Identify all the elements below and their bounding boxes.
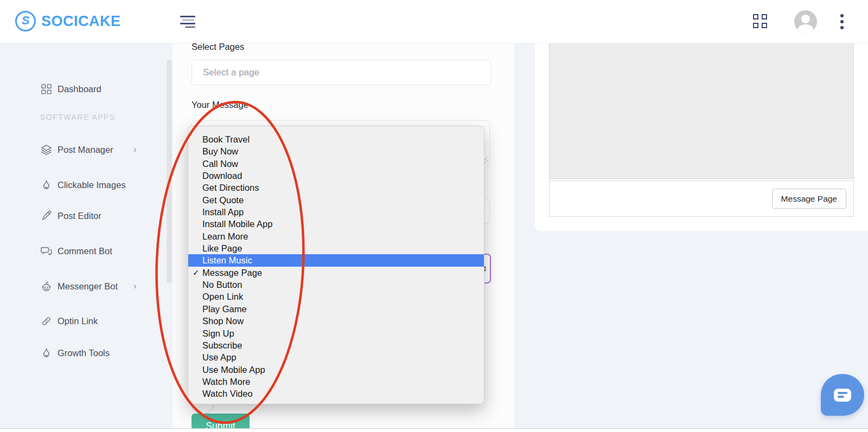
dropdown-option-label: Subscribe (202, 340, 242, 350)
top-header: S SOCICAKE (0, 0, 868, 43)
dropdown-option[interactable]: Install Mobile App (188, 218, 484, 230)
sidebar-item-optin-link[interactable]: Optin Link (0, 313, 163, 328)
avatar-body (797, 24, 814, 33)
dropdown-option-label: Install App (202, 207, 244, 217)
dropdown-option-label: Call Now (202, 159, 238, 169)
check-icon: ✓ (193, 267, 200, 279)
dropdown-option-label: Watch Video (202, 389, 253, 398)
preview-footer-bar: Message Page (549, 180, 854, 217)
dropdown-option[interactable]: Call Now (188, 158, 484, 170)
user-avatar[interactable] (794, 10, 817, 33)
dropdown-option[interactable]: Subscribe (188, 339, 484, 351)
dropdown-option[interactable]: Get Quote (188, 194, 484, 206)
sidebar-item-growth-tools[interactable]: Growth Tools (0, 345, 163, 360)
dropdown-option-label: Watch More (202, 377, 250, 386)
bot-icon (40, 280, 53, 293)
dropdown-option-label: Open Link (202, 292, 243, 301)
dropdown-options: Book TravelBuy NowCall NowDownloadGet Di… (188, 133, 484, 400)
message-page-button[interactable]: Message Page (772, 189, 846, 209)
apps-grid-icon[interactable] (753, 14, 767, 28)
dropdown-option[interactable]: Learn More (188, 230, 484, 242)
dropdown-option-label: Download (202, 171, 242, 180)
dropdown-option-label: Book Travel (202, 134, 250, 144)
flame-icon (40, 347, 53, 359)
dropdown-option-label: Use App (202, 352, 236, 362)
dropdown-option-label: Install Mobile App (202, 219, 272, 229)
layers-icon (40, 144, 53, 156)
dropdown-option-label: Message Page (202, 268, 262, 278)
dropdown-option[interactable]: Watch More (188, 376, 484, 388)
dropdown-option[interactable]: Like Page (188, 242, 484, 254)
dropdown-option[interactable]: Listen Music (188, 254, 484, 266)
sidebar-item-post-editor[interactable]: Post Editor (0, 208, 163, 223)
dropdown-option[interactable]: Book Travel (188, 133, 484, 145)
dropdown-option-label: Get Directions (202, 183, 259, 192)
dropdown-option[interactable]: Buy Now (188, 145, 484, 157)
dropdown-option[interactable]: Use Mobile App (188, 364, 484, 376)
dropdown-option[interactable]: Watch Video (188, 388, 484, 399)
dropdown-option-label: Sign Up (202, 328, 234, 338)
dropdown-option-label: Use Mobile App (202, 365, 265, 375)
brand-name: SOCICAKE (41, 13, 121, 30)
sidebar-item-label: Optin Link (58, 316, 98, 326)
dropdown-option[interactable]: No Button (188, 279, 484, 291)
pencil-icon (40, 210, 53, 222)
app-screen: Dashboard SOFTWARE APPS Post Manager › C… (0, 0, 868, 432)
chat-bubbles-icon (40, 245, 53, 257)
chevron-right-icon: › (133, 144, 137, 155)
dropdown-option-label: Get Quote (202, 195, 244, 205)
chat-launcher-button[interactable] (821, 374, 864, 416)
sidebar-item-label: Comment Bot (58, 246, 112, 256)
sidebar-item-comment-bot[interactable]: Comment Bot (0, 243, 163, 259)
sidebar-item-clickable-images[interactable]: Clickable Images (0, 177, 163, 192)
dropdown-option-label: Like Page (202, 243, 242, 253)
sidebar-item-label: Dashboard (58, 84, 101, 94)
dropdown-option[interactable]: ✓Message Page (188, 267, 484, 279)
dashboard-grid-icon (40, 83, 53, 95)
dropdown-option[interactable]: Get Directions (188, 182, 484, 194)
your-message-label: Your Message (192, 100, 248, 110)
sidebar-section-software-apps: SOFTWARE APPS (40, 113, 116, 121)
sidebar-item-label: Post Editor (58, 211, 101, 221)
avatar-head (801, 15, 810, 23)
dropdown-option[interactable]: Download (188, 170, 484, 182)
button-type-dropdown: Book TravelBuy NowCall NowDownloadGet Di… (188, 126, 484, 404)
link-icon (40, 315, 53, 327)
sidebar-item-label: Messenger Bot (58, 281, 118, 292)
sidebar-item-messenger-bot[interactable]: Messenger Bot › (0, 279, 163, 294)
sidebar-item-dashboard[interactable]: Dashboard (0, 81, 163, 96)
chat-message-icon (834, 389, 851, 402)
dropdown-option-label: Shop Now (202, 316, 244, 326)
sidebar-scrollbar[interactable] (167, 60, 172, 283)
flame-icon (40, 179, 53, 191)
dropdown-option-label: No Button (202, 280, 242, 289)
dropdown-option-label: Listen Music (202, 255, 252, 265)
window-bottom-strip (0, 429, 868, 432)
dropdown-option[interactable]: Open Link (188, 291, 484, 302)
sidebar: Dashboard SOFTWARE APPS Post Manager › C… (0, 43, 173, 432)
dropdown-option[interactable]: Shop Now (188, 315, 484, 327)
chevron-right-icon: › (133, 281, 137, 292)
sidebar-item-post-manager[interactable]: Post Manager › (0, 142, 163, 157)
dropdown-option-label: Play Game (202, 304, 247, 314)
dropdown-option[interactable]: Install App (188, 206, 484, 218)
dropdown-option[interactable]: Sign Up (188, 327, 484, 339)
dropdown-option[interactable]: Use App (188, 351, 484, 363)
select-page-input[interactable]: Select a page (192, 60, 491, 85)
sidebar-item-label: Growth Tools (58, 348, 110, 358)
socicake-logo-icon: S (15, 11, 36, 31)
dropdown-option-label: Buy Now (202, 146, 238, 156)
sidebar-item-label: Clickable Images (58, 180, 126, 190)
dropdown-option-label: Learn More (202, 231, 248, 241)
select-page-placeholder: Select a page (203, 67, 259, 78)
sidebar-item-label: Post Manager (58, 145, 113, 155)
brand-logo[interactable]: S SOCICAKE (15, 11, 121, 31)
menu-toggle-icon[interactable] (180, 16, 195, 28)
more-options-icon[interactable] (840, 14, 844, 30)
dropdown-option[interactable]: Play Game (188, 303, 484, 315)
preview-image-placeholder (549, 25, 854, 179)
